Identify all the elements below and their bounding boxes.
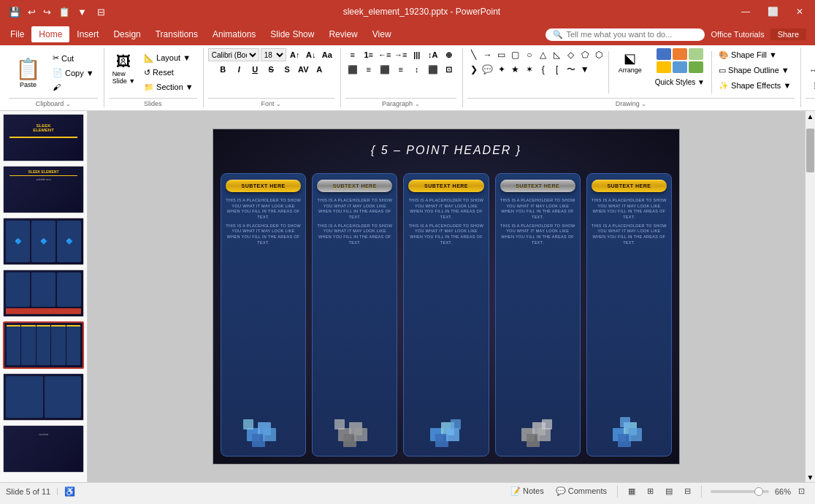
columns-btn[interactable]: ||| (410, 48, 424, 61)
card-4[interactable]: SUBTEXT HERE THIS IS A PLACEHOLDER TO SH… (495, 173, 581, 457)
normal-view-btn[interactable]: ▦ (624, 485, 640, 497)
column-layout-btn[interactable]: ⬛ (426, 63, 440, 76)
style-btn-6[interactable] (689, 61, 703, 73)
shape-oval[interactable]: ○ (523, 48, 536, 61)
style-btn-1[interactable] (657, 48, 671, 60)
reset-btn[interactable]: ↺ Reset (140, 66, 197, 80)
bold-btn[interactable]: B (215, 63, 230, 76)
scroll-thumb[interactable] (806, 129, 814, 172)
undo-btn[interactable]: ↩ (25, 5, 39, 19)
clipboard-btn[interactable]: 📋 (56, 5, 73, 19)
shape-star6[interactable]: ✶ (523, 63, 536, 76)
section-btn[interactable]: 📁 Section ▼ (140, 80, 197, 94)
decrease-font-btn[interactable]: A↓ (304, 48, 318, 61)
card-3[interactable]: SUBTEXT HERE THIS IS A PLACEHOLDER TO SH… (403, 173, 489, 457)
slide-thumb-5[interactable] (3, 321, 84, 369)
shape-rect[interactable]: ▭ (495, 48, 508, 61)
copy-btn[interactable]: 📄 Copy ▼ (49, 66, 98, 80)
line-spacing-btn[interactable]: ↕ (410, 63, 424, 76)
notes-btn[interactable]: 📝 Notes (506, 485, 548, 497)
shape-callout[interactable]: 💬 (481, 63, 494, 76)
shape-wave[interactable]: 〜 (565, 63, 578, 76)
slide-thumb-4[interactable] (3, 270, 84, 317)
justify-btn[interactable]: ≡ (394, 63, 408, 76)
card-5[interactable]: SUBTEXT HERE THIS IS A PLACEHOLDER TO SH… (586, 173, 672, 457)
menu-review[interactable]: Review (321, 26, 364, 42)
comments-btn[interactable]: 💬 Comments (551, 485, 611, 497)
redo-btn[interactable]: ↪ (40, 5, 54, 19)
paste-btn[interactable]: 📋 Paste (9, 53, 47, 92)
restore-btn[interactable]: ⬜ (762, 5, 784, 18)
shape-rt-triangle[interactable]: ◺ (551, 48, 564, 61)
increase-font-btn[interactable]: A↑ (288, 48, 302, 61)
strikethrough-btn[interactable]: S (264, 63, 278, 76)
clear-format-btn[interactable]: Aa (320, 48, 334, 61)
qat-dropdown-btn[interactable]: ▼ (74, 5, 90, 19)
style-btn-4[interactable] (657, 61, 671, 73)
zoom-thumb[interactable] (754, 487, 763, 496)
help-search[interactable] (566, 30, 697, 39)
menu-insert[interactable]: Insert (69, 26, 106, 42)
indent-btn[interactable]: →≡ (394, 48, 408, 61)
save-btn[interactable]: 💾 (6, 5, 23, 19)
cut-btn[interactable]: ✂ Cut (49, 51, 98, 65)
shape-line[interactable]: ╲ (467, 48, 481, 61)
card-1[interactable]: SUBTEXT HERE THIS IS A PLACEHOLDER TO SH… (221, 173, 306, 457)
italic-btn[interactable]: I (232, 63, 246, 76)
close-btn[interactable]: ✕ (790, 5, 809, 18)
menu-slideshow[interactable]: Slide Show (263, 26, 321, 42)
replace-btn[interactable]: ↔ Replace ▼ (806, 64, 815, 77)
font-spacing-btn[interactable]: AV (296, 63, 310, 76)
shape-chevron[interactable]: ❯ (467, 63, 481, 76)
shape-pentagon[interactable]: ⬠ (578, 48, 592, 61)
bullets-btn[interactable]: ≡ (345, 48, 360, 61)
style-btn-5[interactable] (673, 61, 687, 73)
reading-view-btn[interactable]: ▤ (661, 485, 677, 497)
new-slide-btn[interactable]: 🖼 NewSlide ▼ (109, 51, 139, 87)
shape-fill-btn[interactable]: 🎨 Shape Fill ▼ (715, 48, 795, 62)
shape-star5[interactable]: ★ (509, 63, 522, 76)
slide-canvas[interactable]: { 5 – POINT HEADER } SUBTEXT HERE THIS I… (213, 129, 680, 465)
align-right-btn[interactable]: ⬛ (378, 63, 392, 76)
slide-thumb-6[interactable] (3, 373, 84, 421)
slide-thumb-3[interactable]: 🔷 🔷 🔷 (3, 218, 84, 265)
menu-home[interactable]: Home (31, 26, 69, 42)
convert-btn[interactable]: ⊡ (442, 63, 456, 76)
style-btn-3[interactable] (689, 48, 703, 60)
format-painter-btn[interactable]: 🖌 (49, 80, 98, 93)
menu-design[interactable]: Design (106, 26, 148, 42)
scroll-up-btn[interactable]: ▲ (806, 111, 815, 121)
numbering-btn[interactable]: 1≡ (361, 48, 376, 61)
scroll-down-btn[interactable]: ▼ (806, 472, 815, 482)
office-tutorials-link[interactable]: Office Tutorials (711, 30, 764, 39)
card-2[interactable]: SUBTEXT HERE THIS IS A PLACEHOLDER TO SH… (312, 173, 397, 457)
slide-thumb-1[interactable]: SLEEKELEMENT (3, 114, 84, 161)
shape-round-rect[interactable]: ▢ (509, 48, 522, 61)
ribbon-toggle-btn[interactable]: ⊟ (94, 5, 108, 19)
shape-triangle[interactable]: △ (537, 48, 550, 61)
slide-sorter-btn[interactable]: ⊞ (643, 485, 658, 497)
share-btn[interactable]: Share (770, 28, 806, 40)
scroll-track[interactable] (806, 121, 815, 472)
menu-file[interactable]: File (3, 26, 31, 42)
shape-more[interactable]: ▼ (578, 63, 592, 76)
font-expand-icon[interactable]: ⌄ (276, 101, 281, 107)
zoom-slider[interactable] (711, 490, 769, 493)
font-size-select[interactable]: 18 (261, 48, 286, 61)
clipboard-expand-icon[interactable]: ⌄ (66, 101, 71, 107)
menu-animations[interactable]: Animations (205, 26, 263, 42)
shape-effects-btn[interactable]: ✨ Shape Effects ▼ (715, 79, 795, 93)
shape-outline-btn[interactable]: ▭ Shape Outline ▼ (715, 64, 795, 77)
shape-hexagon[interactable]: ⬡ (592, 48, 605, 61)
shape-star4[interactable]: ✦ (495, 63, 508, 76)
font-family-select[interactable]: Calibri (Body) (208, 48, 259, 61)
text-direction-btn[interactable]: ↕A (426, 48, 440, 61)
underline-btn[interactable]: U (248, 63, 262, 76)
align-left-btn[interactable]: ⬛ (345, 63, 360, 76)
slide-thumb-2[interactable]: SLEEK ELEMENT subtitle text (3, 166, 84, 213)
outdent-btn[interactable]: ←≡ (378, 48, 392, 61)
shape-diamond[interactable]: ◇ (565, 48, 578, 61)
shape-brace[interactable]: { (537, 63, 550, 76)
style-btn-2[interactable] (673, 48, 687, 60)
fit-slide-btn[interactable]: ⊡ (794, 485, 809, 497)
